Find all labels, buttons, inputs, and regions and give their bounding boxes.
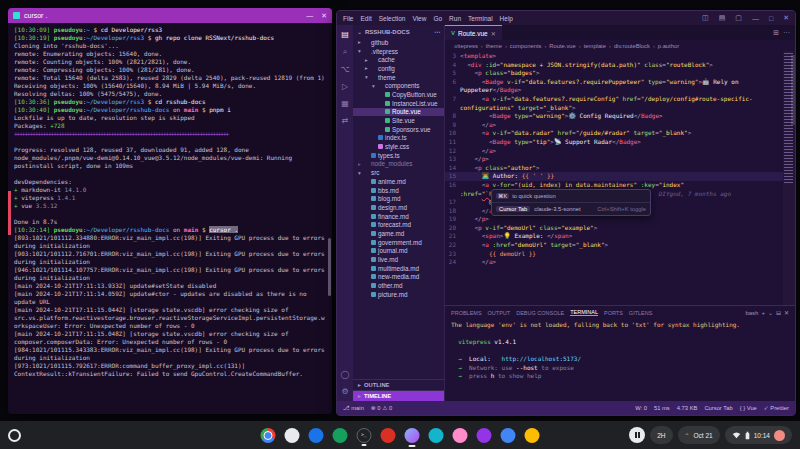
tree-item[interactable]: journal.md — [353, 247, 444, 256]
panel-tab[interactable]: GITLENS — [629, 310, 653, 316]
breadcrumb-item[interactable]: p.author — [650, 43, 679, 49]
close-button[interactable]: ✕ — [321, 12, 327, 19]
menu-item[interactable]: Help — [500, 15, 513, 22]
quick-settings-pill[interactable]: 10:14 — [725, 426, 792, 444]
menu-item[interactable]: Go — [433, 15, 442, 22]
shelf-app-icon[interactable] — [405, 428, 420, 443]
tree-item[interactable]: Sponsors.vue — [353, 125, 444, 134]
explorer-header[interactable]: ⌄ RSSHUB-DOCS ⋯ — [353, 25, 444, 38]
tree-item[interactable]: ▾ src — [353, 168, 444, 177]
maximize-button[interactable]: □ — [769, 15, 773, 22]
layout-toggle-icon[interactable]: ◫ — [702, 14, 709, 22]
shelf-app-icon[interactable] — [261, 428, 276, 443]
breadcrumb-item[interactable]: Route.vue — [541, 43, 575, 49]
code-editor[interactable]: 3 <template> 4 <div :id="namespace + JSO… — [445, 51, 795, 305]
tree-item[interactable]: index.ts — [353, 134, 444, 143]
tree-item[interactable]: finance.md — [353, 212, 444, 221]
panel-tab[interactable]: OUTPUT — [488, 310, 511, 316]
breadcrumb[interactable]: .vitepress theme components Route.vue te… — [445, 40, 795, 51]
sidebar-section-header[interactable]: ▸ OUTLINE — [353, 379, 444, 390]
minimize-button[interactable]: — — [306, 12, 313, 19]
source-control-icon[interactable]: ⌥ — [340, 65, 349, 74]
menu-item[interactable]: View — [412, 15, 426, 22]
tree-item[interactable]: ▾ .vitepress — [353, 47, 444, 56]
status-item[interactable]: { } Vue — [740, 405, 757, 411]
panel-tab[interactable]: PORTS — [604, 310, 623, 316]
tree-item[interactable]: game.md — [353, 229, 444, 238]
breadcrumb-item[interactable]: components — [502, 43, 542, 49]
tree-item[interactable]: government.md — [353, 238, 444, 247]
panel-action-icon[interactable]: ✕ — [784, 309, 789, 316]
panel-action-icon[interactable]: + — [761, 310, 765, 316]
status-item[interactable]: Cursor Tab — [704, 405, 732, 411]
status-item[interactable]: ⎇ main — [343, 405, 364, 411]
explorer-icon[interactable]: ▤ — [341, 30, 349, 39]
breadcrumb-item[interactable]: div.routeBlock — [606, 43, 650, 49]
menu-item[interactable]: Run — [449, 15, 461, 22]
shelf-app-icon[interactable] — [525, 428, 540, 443]
tree-item[interactable]: other.md — [353, 281, 444, 290]
panel-tab[interactable]: TERMINAL — [570, 309, 598, 316]
shell-label[interactable]: bash — [745, 310, 758, 316]
shelf-app-icon[interactable] — [285, 428, 300, 443]
panel-tab[interactable]: PROBLEMS — [451, 310, 482, 316]
battery-time-pill[interactable]: 2H — [650, 426, 672, 444]
shelf-app-icon[interactable] — [333, 428, 348, 443]
tree-item[interactable]: picture.md — [353, 290, 444, 299]
tree-item[interactable]: multimedia.md — [353, 264, 444, 273]
status-item[interactable]: 4.73 KB — [677, 405, 698, 411]
integrated-terminal[interactable]: The language 'env' is not loaded, fallin… — [445, 319, 795, 401]
status-item[interactable]: W: 0 — [635, 405, 647, 411]
tree-item[interactable]: CopyButton.vue — [353, 90, 444, 99]
terminal-scrollbar[interactable] — [328, 238, 331, 296]
tree-item[interactable]: InstanceList.vue — [353, 99, 444, 108]
shelf-app-icon[interactable] — [381, 428, 396, 443]
shelf-app-icon[interactable] — [429, 428, 444, 443]
tree-item[interactable]: blog.md — [353, 194, 444, 203]
editor-scrollbar[interactable] — [791, 55, 795, 125]
run-debug-icon[interactable]: ▷ — [342, 82, 348, 91]
sidebar-section-header[interactable]: ▸ TIMELINE — [353, 390, 444, 401]
tree-item[interactable]: ▸ cache — [353, 55, 444, 64]
breadcrumb-item[interactable]: theme — [478, 43, 502, 49]
date-pill[interactable]: ⌃ Oct 21 — [678, 426, 720, 444]
launcher-button[interactable] — [8, 429, 21, 442]
tree-item[interactable]: new-media.md — [353, 273, 444, 282]
tree-item[interactable]: ▸ github — [353, 38, 444, 47]
shelf-app-icon[interactable]: >_ — [357, 428, 372, 443]
tree-item[interactable]: anime.md — [353, 177, 444, 186]
tree-item[interactable]: style.css — [353, 142, 444, 151]
tree-item[interactable]: live.md — [353, 255, 444, 264]
terminal-output[interactable]: [10:30:09] pseudoyu:~ $ cd Developer/rss… — [8, 23, 332, 414]
status-item[interactable]: 51 ms — [654, 405, 670, 411]
account-icon[interactable]: ◯ — [341, 370, 350, 379]
tree-item[interactable]: ▸ node_modules — [353, 160, 444, 169]
panel-tab[interactable]: DEBUG CONSOLE — [516, 310, 564, 316]
shelf-app-icon[interactable] — [309, 428, 324, 443]
terminal-titlebar[interactable]: cursor . — ✕ — [8, 8, 332, 23]
shelf-app-icon[interactable] — [453, 428, 468, 443]
minimize-button[interactable]: — — [752, 15, 759, 22]
tree-item[interactable]: Site.vue — [353, 116, 444, 125]
tab-route-vue[interactable]: V Route.vue ✕ — [445, 25, 502, 40]
tree-item[interactable]: Route.vue — [353, 108, 444, 117]
tree-item[interactable]: ▾ components — [353, 81, 444, 90]
extensions-icon[interactable]: ▦ — [341, 99, 349, 108]
cursor-tab-button[interactable]: Cursor Tab — [496, 206, 530, 212]
panel-action-icon[interactable]: ⌄ — [768, 309, 773, 316]
shelf-app-icon[interactable] — [501, 428, 516, 443]
menu-item[interactable]: Selection — [379, 15, 406, 22]
layout-toggle-icon[interactable]: ▤ — [719, 14, 726, 22]
shelf-app-icon[interactable] — [477, 428, 492, 443]
tree-item[interactable]: ▾ theme — [353, 73, 444, 82]
editor-action-icon[interactable]: ⊞ — [773, 29, 779, 37]
close-button[interactable]: ✕ — [783, 14, 789, 22]
more-actions-icon[interactable]: ⋯ — [434, 28, 440, 35]
tree-item[interactable]: bbs.md — [353, 186, 444, 195]
breadcrumb-item[interactable]: template — [576, 43, 606, 49]
search-icon[interactable]: ⌕ — [343, 47, 347, 57]
status-item[interactable]: ⊗ 0 ⚠ 0 — [371, 405, 392, 411]
layout-toggle-icon[interactable]: ▢ — [735, 14, 742, 22]
tree-item[interactable]: ▸ config — [353, 64, 444, 73]
avatar[interactable] — [774, 430, 785, 441]
